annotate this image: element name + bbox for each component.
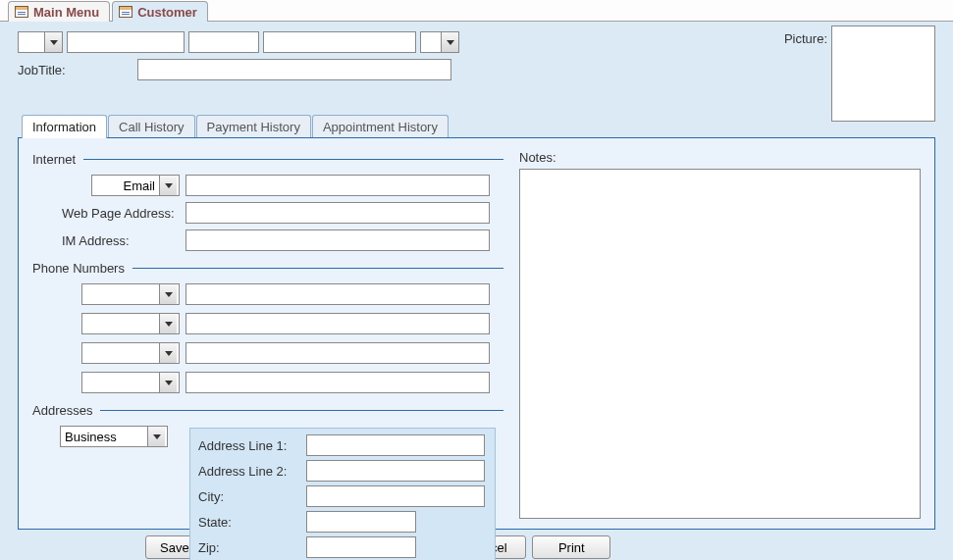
chevron-down-icon: [165, 322, 173, 327]
address-line1-row: Address Line 1:: [198, 434, 487, 456]
address-state-input[interactable]: [306, 511, 416, 533]
tab-call-history[interactable]: Call History: [108, 115, 194, 138]
address-type-input[interactable]: [61, 427, 147, 446]
phone-type-input-1[interactable]: [82, 284, 159, 304]
phone-type-input-2[interactable]: [82, 314, 159, 333]
suffix-input[interactable]: [421, 32, 441, 52]
chevron-down-icon: [153, 434, 161, 439]
divider-line: [132, 268, 503, 269]
address-panel: Address Line 1: Address Line 2: City: St…: [189, 428, 496, 560]
phone-number-input-3[interactable]: [185, 342, 490, 364]
phone-type-dropdown-button-3[interactable]: [159, 343, 177, 363]
tab-information[interactable]: Information: [22, 115, 107, 138]
phone-type-combo-3[interactable]: [81, 342, 180, 364]
phone-type-combo-2[interactable]: [81, 313, 180, 334]
phone-row-4: [32, 372, 503, 393]
address-line2-input[interactable]: [306, 460, 485, 482]
internet-group-label: Internet: [32, 152, 76, 167]
document-tab-bar: Main Menu Customer: [0, 0, 953, 22]
phone-type-combo-4[interactable]: [81, 372, 180, 393]
address-type-combo[interactable]: [60, 426, 168, 447]
internet-group-header: Internet: [32, 152, 503, 167]
last-name-input[interactable]: [263, 31, 416, 53]
address-state-label: State:: [198, 515, 300, 530]
detail-tab-strip: Information Call History Payment History…: [18, 114, 935, 137]
email-type-combo[interactable]: [91, 175, 180, 196]
tab-customer[interactable]: Customer: [112, 1, 208, 22]
phone-rows: [32, 283, 503, 393]
address-city-label: City:: [198, 489, 300, 504]
information-tab-body: Internet Web Page Address: IM Address:: [18, 137, 935, 530]
address-zip-row: Zip:: [198, 536, 487, 558]
tab-appointment-history[interactable]: Appointment History: [312, 115, 449, 138]
phone-type-combo-1[interactable]: [81, 283, 180, 305]
tab-payment-history-label: Payment History: [207, 120, 300, 134]
middle-name-input[interactable]: [188, 31, 259, 53]
chevron-down-icon: [447, 40, 454, 45]
print-button[interactable]: Print: [532, 535, 610, 559]
address-state-row: State:: [198, 511, 487, 533]
phone-type-dropdown-button-4[interactable]: [159, 373, 177, 392]
customer-form: JobTitle: Picture: Information Call Hist…: [0, 22, 953, 560]
phone-group-label: Phone Numbers: [32, 261, 125, 276]
tab-information-label: Information: [32, 120, 96, 134]
tab-main-menu[interactable]: Main Menu: [8, 1, 110, 22]
address-city-row: City:: [198, 485, 487, 507]
chevron-down-icon: [165, 381, 173, 385]
webpage-input[interactable]: [185, 202, 490, 224]
phone-type-dropdown-button-1[interactable]: [159, 284, 177, 304]
phone-number-input-2[interactable]: [185, 313, 490, 334]
suffix-dropdown-button[interactable]: [441, 32, 458, 52]
im-input[interactable]: [185, 229, 490, 251]
print-label: Print: [558, 540, 585, 555]
title-combo[interactable]: [18, 31, 63, 53]
phone-row-2: [32, 313, 503, 334]
addresses-group-label: Addresses: [32, 403, 92, 418]
notes-label: Notes:: [519, 150, 921, 165]
addresses-group-header: Addresses: [32, 403, 503, 418]
email-input[interactable]: [185, 175, 490, 196]
notes-textarea[interactable]: [519, 169, 921, 519]
divider-line: [83, 159, 503, 160]
jobtitle-row: JobTitle:: [18, 59, 935, 80]
tab-call-history-label: Call History: [119, 120, 184, 134]
tab-payment-history[interactable]: Payment History: [196, 115, 311, 138]
phone-type-input-3[interactable]: [82, 343, 159, 363]
email-type-input[interactable]: [92, 176, 159, 195]
im-row: IM Address:: [32, 229, 503, 251]
email-row: [32, 175, 503, 196]
phone-number-input-4[interactable]: [185, 372, 490, 393]
im-label: IM Address:: [32, 233, 180, 248]
webpage-label: Web Page Address:: [32, 206, 180, 221]
title-dropdown-button[interactable]: [44, 32, 62, 52]
chevron-down-icon: [165, 183, 173, 188]
form-icon: [119, 6, 132, 18]
tab-appointment-history-label: Appointment History: [323, 120, 438, 134]
phone-number-input-1[interactable]: [185, 283, 490, 305]
right-column: Notes:: [519, 150, 921, 519]
left-column: Internet Web Page Address: IM Address:: [32, 150, 503, 519]
tab-customer-label: Customer: [137, 5, 197, 20]
email-type-dropdown-button[interactable]: [159, 176, 177, 195]
phone-row-3: [32, 342, 503, 364]
address-zip-input[interactable]: [306, 536, 416, 558]
address-line1-label: Address Line 1:: [198, 438, 300, 453]
address-city-input[interactable]: [306, 485, 485, 507]
divider-line: [100, 410, 503, 411]
first-name-input[interactable]: [67, 31, 185, 53]
address-zip-label: Zip:: [198, 540, 300, 555]
address-type-dropdown-button[interactable]: [147, 427, 165, 446]
picture-box[interactable]: [831, 25, 935, 122]
chevron-down-icon: [50, 40, 58, 45]
address-line2-row: Address Line 2:: [198, 460, 487, 482]
picture-label: Picture:: [784, 31, 827, 46]
chevron-down-icon: [165, 351, 173, 356]
phone-type-dropdown-button-2[interactable]: [159, 314, 177, 333]
phone-type-input-4[interactable]: [82, 373, 159, 392]
suffix-combo[interactable]: [420, 31, 459, 53]
title-input[interactable]: [19, 32, 44, 52]
jobtitle-label: JobTitle:: [18, 63, 132, 77]
phone-row-1: [32, 283, 503, 305]
jobtitle-input[interactable]: [137, 59, 451, 80]
address-line1-input[interactable]: [306, 434, 485, 456]
